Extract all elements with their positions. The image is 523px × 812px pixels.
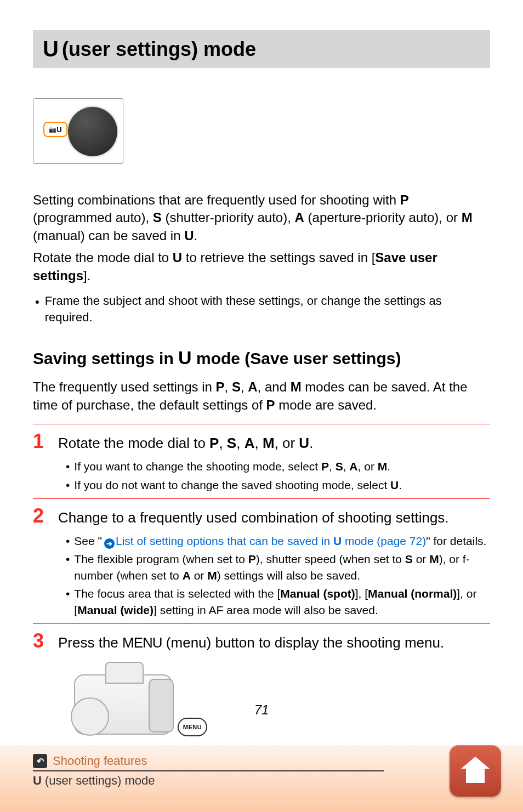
step-2-number: 2 — [33, 504, 48, 527]
step-3-title: Press the MENU (menu) button to display … — [58, 634, 444, 652]
sub-heading: Saving settings in U mode (Save user set… — [33, 347, 490, 368]
step-2-title: Change to a frequently used combination … — [58, 509, 449, 527]
footer-section: U (user settings) mode — [33, 774, 490, 788]
intro-paragraph-2: Rotate the mode dial to U to retrieve th… — [33, 249, 490, 285]
intro-paragraph-1: Setting combinations that are frequently… — [33, 191, 490, 245]
step-1: 1 Rotate the mode dial to P, S, A, M, or… — [33, 424, 490, 493]
step-2-bullet-3: •The focus area that is selected with th… — [66, 586, 490, 618]
link-arrow-icon[interactable]: ➜ — [104, 538, 115, 549]
dial-icon: 📷 — [49, 126, 56, 133]
back-icon[interactable]: ↶ — [33, 754, 47, 768]
heading-text: (user settings) mode — [62, 38, 256, 61]
footer-chapter-link[interactable]: Shooting features — [53, 754, 147, 768]
sub-intro-paragraph: The frequently used settings in P, S, A,… — [33, 378, 490, 414]
step-1-title: Rotate the mode dial to P, S, A, M, or U… — [58, 434, 313, 453]
home-icon — [462, 758, 488, 784]
main-heading: U (user settings) mode — [33, 30, 490, 68]
cross-reference-link[interactable]: List of setting options that can be save… — [116, 535, 426, 547]
step-2: 2 Change to a frequently used combinatio… — [33, 498, 490, 618]
step-2-bullet-2: •The flexible program (when set to P), s… — [66, 551, 490, 583]
step-3-number: 3 — [33, 629, 48, 652]
intro-bullet: • Frame the subject and shoot with these… — [33, 293, 490, 325]
mode-dial-illustration: 📷 U — [33, 98, 123, 164]
page-number: 71 — [0, 702, 523, 718]
dial-mode-letter: U — [56, 126, 61, 134]
step-1-bullet-2: •If you do not want to change the saved … — [66, 477, 490, 493]
step-3: 3 Press the MENU (menu) button to displa… — [33, 623, 490, 748]
heading-mode-glyph: U — [43, 37, 59, 61]
menu-button-callout: MENU — [178, 718, 207, 736]
home-button[interactable] — [450, 745, 501, 797]
step-1-bullet-1: •If you want to change the shooting mode… — [66, 458, 490, 474]
step-1-number: 1 — [33, 430, 48, 453]
step-2-bullet-1: •See "➜List of setting options that can … — [66, 533, 490, 549]
page-footer: ↶ Shooting features U (user settings) mo… — [0, 745, 523, 812]
